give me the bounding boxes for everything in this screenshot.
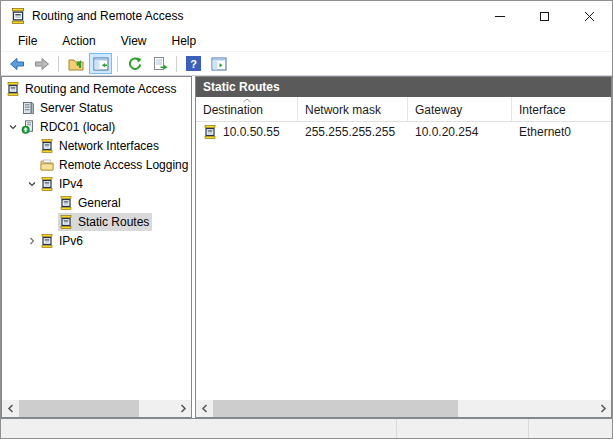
scroll-right-icon[interactable]	[174, 400, 191, 417]
folder-icon	[40, 158, 55, 172]
menu-help[interactable]: Help	[164, 32, 205, 50]
results-pane-title: Static Routes	[203, 80, 280, 94]
column-header-interface[interactable]: Interface	[512, 97, 611, 121]
tree-pane-horizontal-scrollbar[interactable]	[2, 400, 191, 417]
tree-item-server-status[interactable]: Server Status	[2, 98, 191, 117]
scrollbar-track[interactable]	[213, 400, 594, 417]
tree-item-label: General	[78, 196, 121, 210]
tree-item-general[interactable]: General	[2, 193, 191, 212]
tree-item-label: IPv4	[59, 177, 83, 191]
rras-app-icon	[10, 8, 26, 24]
toolbar-separator	[117, 56, 118, 72]
column-header-label: Interface	[519, 103, 566, 117]
toolbar: ?	[1, 52, 612, 76]
menu-view[interactable]: View	[113, 32, 155, 50]
up-one-level-button[interactable]	[64, 53, 87, 74]
tree-item-label: RDC01 (local)	[40, 120, 115, 134]
forward-button[interactable]	[30, 53, 53, 74]
menu-action[interactable]: Action	[54, 32, 103, 50]
window-title: Routing and Remote Access	[32, 9, 477, 23]
scroll-left-icon[interactable]	[196, 400, 213, 417]
column-header-label: Destination	[203, 103, 263, 117]
list-column-headers: Destination Network mask Gateway Interfa…	[196, 97, 611, 122]
destination-value: 10.0.50.55	[223, 125, 280, 139]
column-header-label: Gateway	[415, 103, 462, 117]
chevron-expanded-icon[interactable]	[25, 179, 39, 189]
refresh-button[interactable]	[123, 53, 146, 74]
console-tree-pane: Routing and Remote Access	[1, 76, 192, 418]
export-list-icon	[151, 55, 169, 73]
tree-item-ipv4[interactable]: IPv4	[2, 174, 191, 193]
column-header-destination[interactable]: Destination	[196, 97, 298, 121]
results-pane: Static Routes Destination Network mask G…	[195, 76, 612, 418]
rras-router-icon	[59, 215, 74, 229]
cell-gateway: 10.0.20.254	[408, 125, 512, 139]
tree-item-network-interfaces[interactable]: Network Interfaces	[2, 136, 191, 155]
toolbar-separator	[58, 56, 59, 72]
title-bar[interactable]: Routing and Remote Access	[1, 1, 612, 31]
show-hide-action-pane-button[interactable]	[207, 53, 230, 74]
close-button[interactable]	[567, 1, 612, 31]
tree-item-rdc01-local[interactable]: RDC01 (local)	[2, 117, 191, 136]
maximize-icon	[540, 12, 549, 21]
tree-item-label: Static Routes	[78, 215, 149, 229]
tree-item-label: Remote Access Logging	[59, 158, 188, 172]
interface-value: Ethernet0	[519, 125, 571, 139]
sort-ascending-icon	[196, 98, 297, 103]
column-header-network-mask[interactable]: Network mask	[298, 97, 408, 121]
tree-item-label: Network Interfaces	[59, 139, 159, 153]
rras-console-window: Routing and Remote Access File Action Vi…	[0, 0, 613, 439]
console-tree: Routing and Remote Access	[2, 77, 191, 400]
toolbar-separator	[176, 56, 177, 72]
back-button[interactable]	[5, 53, 28, 74]
gateway-value: 10.0.20.254	[415, 125, 478, 139]
tree-item-static-routes[interactable]: Static Routes	[2, 212, 191, 231]
status-bar	[1, 418, 612, 438]
rras-router-icon	[203, 125, 218, 139]
chevron-collapsed-icon[interactable]	[25, 236, 39, 246]
tree-item-label: Server Status	[40, 101, 113, 115]
column-header-label: Network mask	[305, 103, 381, 117]
cell-interface: Ethernet0	[512, 125, 611, 139]
server-stack-icon	[21, 101, 36, 115]
up-folder-icon	[67, 55, 85, 73]
rras-router-icon	[40, 234, 55, 248]
scroll-right-icon[interactable]	[594, 400, 611, 417]
menu-file[interactable]: File	[10, 32, 45, 50]
back-arrow-icon	[8, 55, 26, 73]
help-button[interactable]: ?	[182, 53, 205, 74]
rras-router-icon	[6, 82, 21, 96]
export-list-button[interactable]	[148, 53, 171, 74]
chevron-expanded-icon[interactable]	[6, 122, 20, 132]
tree-item-label: Routing and Remote Access	[25, 82, 176, 96]
forward-arrow-icon	[33, 55, 51, 73]
results-empty-area	[196, 141, 611, 400]
rras-router-icon	[59, 196, 74, 210]
action-pane-icon	[210, 55, 228, 73]
show-hide-console-tree-button[interactable]	[89, 53, 112, 74]
tree-item-ipv6[interactable]: IPv6	[2, 231, 191, 250]
tree-item-label: IPv6	[59, 234, 83, 248]
status-segment	[1, 419, 396, 438]
scrollbar-thumb[interactable]	[213, 400, 458, 417]
rras-router-icon	[40, 177, 55, 191]
rras-router-icon	[40, 139, 55, 153]
static-route-row[interactable]: 10.0.50.55 255.255.255.255 10.0.20.254 E…	[196, 122, 611, 141]
local-server-icon	[21, 120, 36, 134]
help-icon: ?	[186, 56, 201, 71]
status-segment	[397, 419, 528, 438]
column-header-gateway[interactable]: Gateway	[408, 97, 512, 121]
cell-network-mask: 255.255.255.255	[298, 125, 408, 139]
minimize-button[interactable]	[477, 1, 522, 31]
tree-item-routing-and-remote-access[interactable]: Routing and Remote Access	[2, 79, 191, 98]
results-pane-header: Static Routes	[196, 77, 611, 97]
scrollbar-track[interactable]	[19, 400, 174, 417]
console-tree-icon	[92, 55, 110, 73]
scroll-left-icon[interactable]	[2, 400, 19, 417]
scrollbar-thumb[interactable]	[19, 400, 139, 417]
cell-destination: 10.0.50.55	[196, 125, 298, 139]
network-mask-value: 255.255.255.255	[305, 125, 395, 139]
results-pane-horizontal-scrollbar[interactable]	[196, 400, 611, 417]
maximize-button[interactable]	[522, 1, 567, 31]
tree-item-remote-access-logging[interactable]: Remote Access Logging	[2, 155, 191, 174]
